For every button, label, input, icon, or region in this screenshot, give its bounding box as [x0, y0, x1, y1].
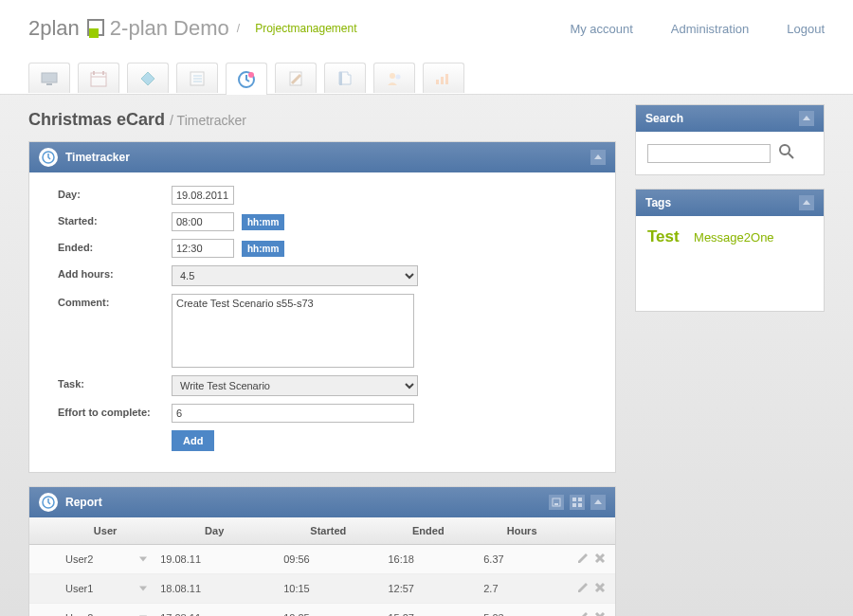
tag-message2one[interactable]: Message2One [694, 230, 774, 245]
svg-rect-4 [93, 71, 95, 75]
chevron-down-icon [139, 557, 147, 562]
nav-my-account[interactable]: My account [570, 22, 632, 36]
ended-format-hint: hh:mm [242, 241, 284, 257]
tags-heading: Tags [645, 196, 671, 209]
tag-test[interactable]: Test [647, 227, 680, 245]
tab-calendar[interactable] [78, 63, 119, 93]
delete-row-button[interactable] [593, 610, 607, 616]
search-icon[interactable] [778, 143, 795, 163]
svg-point-39 [780, 145, 789, 154]
collapse-panel-button[interactable] [590, 150, 606, 165]
collapse-tags-button[interactable] [799, 195, 814, 210]
edit-row-button[interactable] [576, 552, 590, 567]
svg-marker-21 [594, 154, 602, 159]
cell-user[interactable]: User1 [58, 574, 153, 604]
grid-view-button[interactable] [570, 495, 585, 510]
brand-logo: 2plan 2-plan Demo / Projectmanagement [28, 16, 357, 41]
svg-marker-38 [803, 116, 810, 120]
cell-user[interactable]: User2 [58, 545, 153, 574]
cell-hours: 5.03 [476, 604, 568, 617]
add-hours-select[interactable]: 4.5 [172, 265, 418, 286]
timetracker-heading: Timetracker [65, 151, 130, 164]
col-hours: Hours [476, 517, 568, 545]
brand-demo-label: 2-plan Demo [110, 16, 229, 41]
edit-row-button[interactable] [576, 581, 590, 596]
timetracker-panel: Timetracker Day: Started: hh:mm [28, 141, 616, 473]
clock-icon [39, 493, 58, 512]
label-task: Task: [58, 375, 172, 390]
breadcrumb-separator: / [237, 22, 240, 35]
chevron-down-icon [139, 587, 147, 591]
cell-started: 10:15 [276, 574, 380, 604]
nav-logout[interactable]: Logout [787, 22, 825, 36]
svg-line-40 [789, 154, 793, 158]
tab-people[interactable] [373, 63, 415, 93]
add-button[interactable]: Add [172, 430, 214, 451]
effort-input[interactable] [172, 404, 414, 423]
label-day: Day: [58, 186, 172, 200]
svg-rect-5 [102, 71, 104, 75]
svg-rect-1 [46, 83, 52, 85]
svg-point-15 [390, 73, 395, 79]
cell-user[interactable]: User2 [58, 604, 153, 617]
table-row: User118.08.1110:1512:572.7 [29, 574, 615, 604]
logo-icon [85, 19, 104, 38]
collapse-search-button[interactable] [799, 111, 814, 126]
nav-administration[interactable]: Administration [671, 22, 749, 36]
col-started: Started [276, 517, 380, 545]
tags-panel: Tags Test Message2One [635, 189, 825, 312]
cell-ended: 16:18 [380, 545, 476, 574]
clock-icon [39, 148, 58, 167]
collapse-report-button[interactable] [590, 495, 606, 510]
cell-hours: 2.7 [476, 574, 568, 604]
svg-rect-25 [572, 498, 576, 501]
report-panel: Report User Day Started Ended Hours [28, 486, 616, 616]
page-title: Christmas eCard / Timetracker [28, 110, 616, 130]
project-tabstrip [0, 47, 853, 95]
svg-marker-41 [803, 200, 810, 205]
cell-ended: 15:27 [380, 604, 476, 617]
svg-point-16 [396, 74, 401, 79]
breadcrumb-projectmanagement[interactable]: Projectmanagement [255, 22, 356, 35]
tab-notes[interactable] [275, 63, 317, 93]
cell-started: 09:56 [276, 545, 380, 574]
tab-timetracker[interactable] [226, 63, 267, 95]
delete-row-button[interactable] [593, 552, 607, 567]
col-user: User [58, 517, 153, 545]
col-ended: Ended [380, 517, 476, 545]
svg-point-12 [248, 72, 254, 78]
svg-rect-17 [436, 80, 439, 84]
label-effort: Effort to complete: [58, 404, 172, 418]
svg-marker-29 [594, 499, 602, 504]
tab-files[interactable] [324, 63, 366, 93]
svg-rect-19 [445, 74, 448, 84]
tab-desktop[interactable] [28, 63, 70, 93]
report-heading: Report [65, 496, 102, 509]
label-ended: Ended: [58, 239, 172, 253]
svg-rect-27 [572, 503, 576, 507]
search-input[interactable] [647, 144, 771, 163]
comment-textarea[interactable] [172, 294, 414, 368]
ended-input[interactable] [172, 239, 234, 258]
search-heading: Search [645, 112, 683, 125]
started-input[interactable] [172, 212, 234, 231]
cell-started: 10:25 [276, 604, 380, 617]
task-select[interactable]: Write Test Scenario [172, 375, 418, 396]
export-button[interactable] [549, 495, 564, 510]
started-format-hint: hh:mm [242, 214, 284, 230]
svg-rect-24 [554, 503, 558, 505]
cell-hours: 6.37 [476, 545, 568, 574]
day-input[interactable] [172, 186, 234, 205]
svg-rect-18 [441, 77, 444, 84]
svg-rect-26 [578, 498, 582, 501]
tab-milestones[interactable] [127, 63, 169, 93]
tab-tasks[interactable] [176, 63, 218, 93]
delete-row-button[interactable] [593, 581, 607, 596]
col-day: Day [153, 517, 276, 545]
tab-budget[interactable] [423, 63, 464, 93]
cell-day: 19.08.11 [153, 545, 276, 574]
svg-rect-28 [578, 503, 582, 507]
svg-rect-0 [42, 73, 57, 82]
label-add-hours: Add hours: [58, 265, 172, 280]
edit-row-button[interactable] [576, 610, 590, 616]
